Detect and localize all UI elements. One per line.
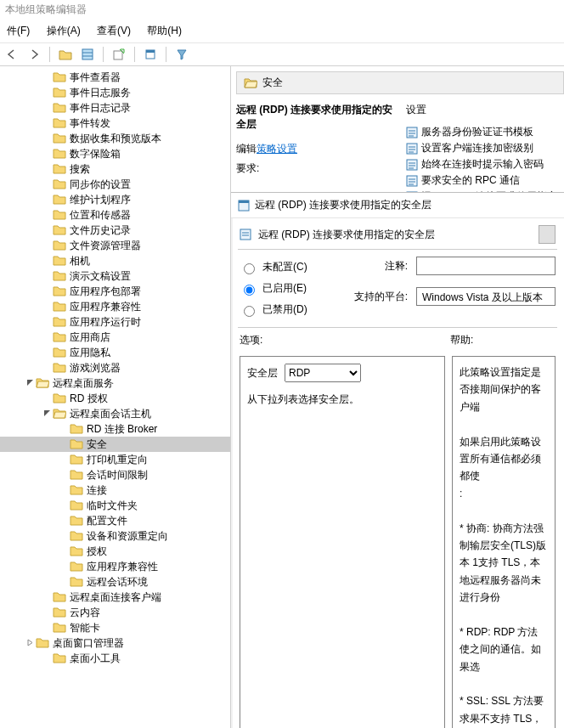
tree-item[interactable]: 应用程序包部署 [0, 284, 230, 299]
folder-icon [53, 178, 66, 190]
tree-item-label: 应用程序兼容性 [87, 560, 158, 574]
tree-item-label: 事件转发 [70, 116, 110, 131]
tree-item[interactable]: 游戏浏览器 [0, 360, 230, 375]
tree-item[interactable]: 应用程序兼容性 [0, 299, 230, 314]
tree-item[interactable]: 授权 [0, 544, 230, 559]
folder-icon [70, 423, 83, 435]
svg-rect-0 [82, 49, 93, 59]
toolbar [0, 43, 564, 66]
setting-item[interactable]: 设置客户端连接加密级别 [406, 140, 559, 156]
radio-not-configured[interactable]: 未配置(C) [240, 257, 333, 278]
tree-item[interactable]: 打印机重定向 [0, 452, 230, 467]
tree-item[interactable]: 智能卡 [0, 620, 230, 635]
export-icon[interactable] [110, 46, 127, 63]
tree-item-label: 临时文件夹 [87, 499, 138, 513]
prev-setting-button[interactable] [539, 225, 556, 244]
tree-item[interactable]: 桌面小工具 [0, 651, 230, 666]
tree-item-label: 事件日志服务 [70, 86, 131, 100]
properties-icon[interactable] [142, 46, 159, 63]
tree-panel[interactable]: 事件查看器事件日志服务事件日志记录事件转发数据收集和预览版本数字保险箱搜索同步你… [0, 66, 231, 728]
tree-item[interactable]: 应用商店 [0, 330, 230, 345]
tree-item[interactable]: 应用隐私 [0, 345, 230, 360]
tree-item[interactable]: 安全 [0, 437, 230, 452]
tree-item-label: 应用程序包部署 [70, 285, 141, 299]
folder-icon [70, 484, 83, 496]
folder-icon [53, 163, 66, 175]
tree-item[interactable]: 数据收集和预览版本 [0, 131, 230, 146]
tree-item[interactable]: 事件日志记录 [0, 100, 230, 116]
setting-item[interactable]: 始终在连接时提示输入密码 [406, 156, 559, 172]
tree-item[interactable]: 事件查看器 [0, 70, 230, 85]
tree-item[interactable]: 同步你的设置 [0, 177, 230, 192]
folder-icon[interactable] [57, 46, 74, 63]
tree-item[interactable]: 维护计划程序 [0, 192, 230, 207]
tree-item[interactable]: 远程桌面会话主机 [0, 406, 230, 421]
tree-item[interactable]: 演示文稿设置 [0, 268, 230, 284]
tree-item-label: 远程桌面连接客户端 [70, 590, 161, 605]
tree-item[interactable]: 应用程序兼容性 [0, 559, 230, 574]
setting-item[interactable]: 要求安全的 RPC 通信 [406, 172, 559, 189]
breadcrumb-text: 安全 [262, 76, 283, 90]
edit-policy-link[interactable]: 策略设置 [257, 143, 297, 155]
chevron-right-icon[interactable] [24, 639, 36, 648]
tree-item[interactable]: 临时文件夹 [0, 498, 230, 513]
chevron-down-icon[interactable] [41, 409, 53, 419]
folder-icon [70, 530, 83, 542]
folder-open-icon [53, 408, 66, 420]
tree-item[interactable]: 配置文件 [0, 513, 230, 528]
forward-icon[interactable] [25, 46, 42, 63]
tree-item[interactable]: 设备和资源重定向 [0, 528, 230, 544]
menu-file[interactable]: 件(F) [0, 21, 37, 41]
tree-item[interactable]: 搜索 [0, 161, 230, 177]
folder-icon [53, 392, 66, 404]
dialog-header: 远程 (RDP) 连接要求使用指定的安全层 [231, 218, 564, 249]
tree-item[interactable]: 远程桌面连接客户端 [0, 590, 230, 605]
info-right: 设置 服务器身份验证证书模板设置客户端连接加密级别始终在连接时提示输入密码要求安… [406, 98, 559, 205]
menu-help[interactable]: 帮助(H) [140, 21, 189, 41]
radio-enabled[interactable]: 已启用(E) [240, 278, 333, 299]
tree-item[interactable]: 会话时间限制 [0, 467, 230, 483]
chevron-down-icon[interactable] [24, 379, 36, 388]
radio-disabled[interactable]: 已禁用(D) [240, 299, 333, 320]
tree-item-label: 远程桌面会话主机 [70, 407, 151, 421]
list-icon[interactable] [79, 46, 96, 63]
tree-item[interactable]: 数字保险箱 [0, 146, 230, 161]
tree-item[interactable]: 远程会话环境 [0, 574, 230, 590]
filter-icon[interactable] [173, 46, 190, 63]
setting-item[interactable]: 服务器身份验证证书模板 [406, 124, 559, 140]
tree-item-label: 相机 [70, 254, 90, 268]
folder-icon [70, 499, 83, 511]
tree-item[interactable]: 相机 [0, 253, 230, 268]
tree-item[interactable]: 文件资源管理器 [0, 238, 230, 253]
tree-item[interactable]: 事件转发 [0, 116, 230, 131]
back-icon[interactable] [3, 46, 20, 63]
tree-item[interactable]: 桌面窗口管理器 [0, 635, 230, 651]
tree-item[interactable]: RD 授权 [0, 391, 230, 406]
tree-item[interactable]: 文件历史记录 [0, 223, 230, 238]
comment-input[interactable] [416, 257, 556, 275]
tree-item[interactable]: RD 连接 Broker [0, 421, 230, 437]
tree-item[interactable]: 云内容 [0, 605, 230, 620]
tree-item[interactable]: 连接 [0, 483, 230, 498]
platform-label: 支持的平台: [348, 287, 408, 304]
info-left: 远程 (RDP) 连接要求使用指定的安全层 编辑策略设置 要求: [236, 98, 406, 205]
help-text-line: * 协商: 协商方法强制输层安全(TLS)版本 1支持 TLS，本地远程服务器尚… [460, 520, 548, 607]
tree-item-label: 应用商店 [70, 330, 110, 345]
folder-open-icon [36, 377, 49, 389]
menu-view[interactable]: 查看(V) [90, 21, 138, 41]
tree-item-label: 会话时间限制 [87, 468, 148, 483]
menu-action[interactable]: 操作(A) [40, 21, 87, 41]
tree-item[interactable]: 应用程序运行时 [0, 314, 230, 330]
tree-item[interactable]: 事件日志服务 [0, 85, 230, 100]
setting-label: 设置客户端连接加密级别 [421, 141, 533, 155]
folder-icon [53, 194, 66, 206]
security-layer-select[interactable]: RDP [285, 364, 361, 382]
tree-item[interactable]: 远程桌面服务 [0, 375, 230, 391]
folder-icon [70, 438, 83, 450]
tree-item[interactable]: 位置和传感器 [0, 207, 230, 223]
dialog-icon [238, 200, 250, 212]
tree-item-label: 演示文稿设置 [70, 269, 131, 284]
main-area: 事件查看器事件日志服务事件日志记录事件转发数据收集和预览版本数字保险箱搜索同步你… [0, 66, 564, 728]
tree-item-label: 位置和传感器 [70, 208, 131, 223]
tree-item-label: 桌面窗口管理器 [53, 636, 124, 651]
